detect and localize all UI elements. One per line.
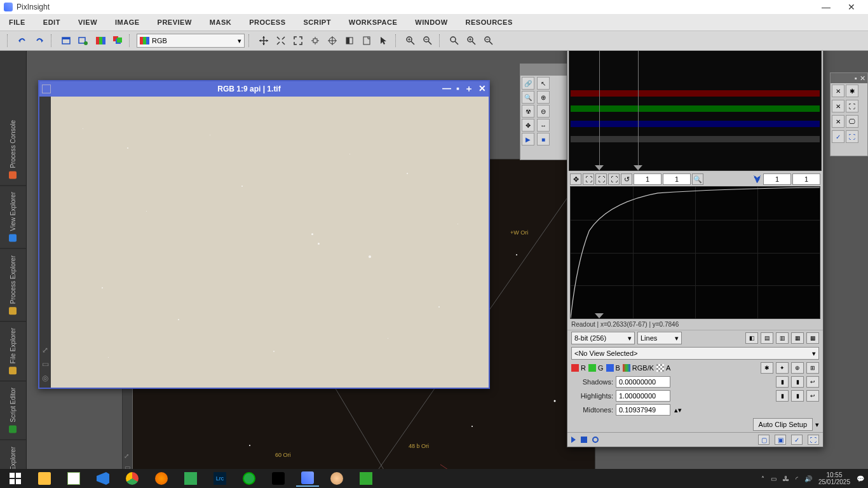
tray-notifications-icon[interactable]: 💬: [857, 475, 864, 482]
expand-tool-button[interactable]: [290, 33, 306, 48]
shadows-hist-3-button[interactable]: ↩: [806, 376, 819, 388]
hz-expand-button[interactable]: ⛶: [608, 173, 620, 185]
stf-zoom-button[interactable]: 🔍: [522, 91, 534, 104]
new-window-button[interactable]: [58, 33, 74, 48]
stf-pointer-button[interactable]: ↖: [537, 77, 550, 90]
hz-move-button[interactable]: ✥: [570, 173, 581, 185]
stf2-reset-g[interactable]: ✕: [832, 100, 844, 112]
histogram-apply-button[interactable]: [571, 437, 576, 443]
sidebar-process-explorer[interactable]: Process Explorer: [0, 249, 26, 322]
stf2-reset-r[interactable]: ✕: [832, 85, 844, 97]
shadows-input[interactable]: [616, 376, 670, 388]
highlights-hist-3-button[interactable]: ↩: [806, 390, 819, 402]
stf-stop-button[interactable]: ■: [537, 133, 550, 146]
highlights-hist-1-button[interactable]: ▮: [776, 390, 789, 402]
hist-view-4-button[interactable]: ▦: [791, 332, 804, 344]
chrome-taskbar-button[interactable]: [121, 470, 144, 487]
sidebar-file-explorer[interactable]: File Explorer: [0, 322, 26, 381]
window-minimize-button[interactable]: —: [813, 2, 839, 12]
menu-preview[interactable]: PREVIEW: [158, 18, 192, 26]
stf2-gear[interactable]: ✱: [846, 85, 858, 97]
menu-image[interactable]: IMAGE: [115, 18, 140, 26]
colorspace-select[interactable]: RGB ▾: [137, 34, 245, 48]
page-tool-button[interactable]: [359, 33, 374, 48]
notepad-taskbar-button[interactable]: [62, 470, 85, 487]
fit-tool-button[interactable]: [273, 33, 288, 48]
image-canvas[interactable]: [51, 97, 489, 388]
menu-file[interactable]: FILE: [9, 18, 25, 26]
hist-opt-1-button[interactable]: ✱: [761, 362, 773, 374]
image-window-close-button[interactable]: ✕: [478, 83, 486, 95]
zoom-in-button[interactable]: [403, 33, 418, 48]
tray-volume-icon[interactable]: 🔊: [804, 475, 812, 482]
hist-opt-4-button[interactable]: ⊞: [806, 362, 819, 374]
channel-a-button[interactable]: A: [656, 364, 670, 372]
firefox-taskbar-button[interactable]: [150, 470, 173, 487]
sidebar-process-console[interactable]: Process Console: [0, 114, 26, 186]
explorer-taskbar-button[interactable]: [33, 470, 56, 487]
menu-window[interactable]: WINDOW: [415, 18, 447, 26]
hz-dropdown-icon[interactable]: ⮟: [753, 174, 762, 184]
channel-rgbk-button[interactable]: RGB/K: [623, 364, 654, 372]
tray-chevron-icon[interactable]: ˄: [761, 475, 764, 482]
stf-apply-button[interactable]: ▶: [522, 133, 534, 146]
zoom-in-2-button[interactable]: [464, 33, 479, 48]
histogram-newinstance-button[interactable]: ▢: [758, 435, 770, 445]
stf-link-button[interactable]: 🔗: [522, 77, 534, 90]
stf2-collapse[interactable]: ⛶: [846, 130, 858, 143]
tray-network-icon[interactable]: 🖧: [783, 475, 789, 482]
zoom-out-2-button[interactable]: [481, 33, 496, 48]
channel-r-button[interactable]: R: [571, 364, 586, 372]
menu-script[interactable]: SCRIPT: [304, 18, 331, 26]
bit-depth-select[interactable]: 8-bit (256)▾: [571, 332, 635, 344]
rgb-overlap-button[interactable]: [110, 33, 125, 48]
pointer-tool-button[interactable]: [376, 33, 391, 48]
hz-zoom-a-input[interactable]: [634, 173, 661, 185]
shadows-hist-2-button[interactable]: ▮: [791, 376, 804, 388]
rgb-square-button[interactable]: [93, 33, 108, 48]
paint-taskbar-button[interactable]: [325, 470, 348, 487]
target-tool-button[interactable]: [325, 33, 340, 48]
histogram-reset-button[interactable]: ⛶: [808, 435, 819, 445]
auto-clip-setup-button[interactable]: Auto Clip Setup: [753, 418, 813, 431]
crop-tool-button[interactable]: [342, 33, 357, 48]
channel-g-button[interactable]: G: [588, 364, 604, 372]
shadows-hist-1-button[interactable]: ▮: [776, 376, 789, 388]
view-selector[interactable]: <No View Selected>▾: [571, 347, 819, 360]
image-window-maximize-button[interactable]: ▪: [456, 83, 459, 95]
tray-wifi-icon[interactable]: ◜: [796, 475, 798, 482]
menu-workspace[interactable]: WORKSPACE: [349, 18, 397, 26]
menu-view[interactable]: VIEW: [78, 18, 97, 26]
app-4-taskbar-button[interactable]: [355, 470, 377, 487]
image-window-plus-button[interactable]: ＋: [465, 83, 473, 95]
stf-zoom-in-button[interactable]: ⊕: [537, 91, 550, 104]
app-3-taskbar-button[interactable]: [267, 470, 290, 487]
redo-button[interactable]: [32, 33, 47, 48]
sidebar-view-explorer[interactable]: View Explorer: [0, 186, 26, 249]
menu-resources[interactable]: RESOURCES: [466, 18, 513, 26]
taskbar-clock[interactable]: 10:55 25/01/2025: [818, 471, 850, 485]
stf2-shade-button[interactable]: ▪: [855, 74, 857, 82]
stf-pan-button[interactable]: ✥: [522, 119, 534, 132]
undo-button[interactable]: [15, 33, 30, 48]
hist-opt-2-button[interactable]: ✦: [776, 362, 789, 374]
hz-zoom-b-input[interactable]: [663, 173, 691, 185]
hist-view-5-button[interactable]: ▩: [806, 332, 819, 344]
hz-fit-button[interactable]: ⛶: [583, 173, 594, 185]
start-button[interactable]: [4, 470, 27, 487]
hist-view-2-button[interactable]: ▤: [761, 332, 773, 344]
stf2-close-button[interactable]: ✕: [860, 74, 865, 83]
histogram-check-button[interactable]: ✓: [791, 435, 803, 445]
window-close-button[interactable]: ✕: [839, 2, 864, 12]
hz-contract-button[interactable]: ⛶: [595, 173, 607, 185]
lightroom-taskbar-button[interactable]: Lrc: [208, 470, 231, 487]
zoom-out-button[interactable]: [420, 33, 435, 48]
app-2-taskbar-button[interactable]: [238, 470, 261, 487]
workspace[interactable]: ⤢ ▭ ◎ +W Ori 60 Ori 48 b Ori 45 Ori 42 c…: [27, 51, 868, 488]
histogram-browse-button[interactable]: ▣: [775, 435, 786, 445]
sidebar-script-editor[interactable]: Script Editor: [0, 381, 26, 440]
histogram-input-display[interactable]: [569, 51, 822, 171]
stf-zoom-out-button[interactable]: ⊖: [537, 105, 550, 118]
stf2-reset-b[interactable]: ✕: [832, 115, 844, 128]
stf-resize-button[interactable]: ↔: [537, 119, 550, 132]
